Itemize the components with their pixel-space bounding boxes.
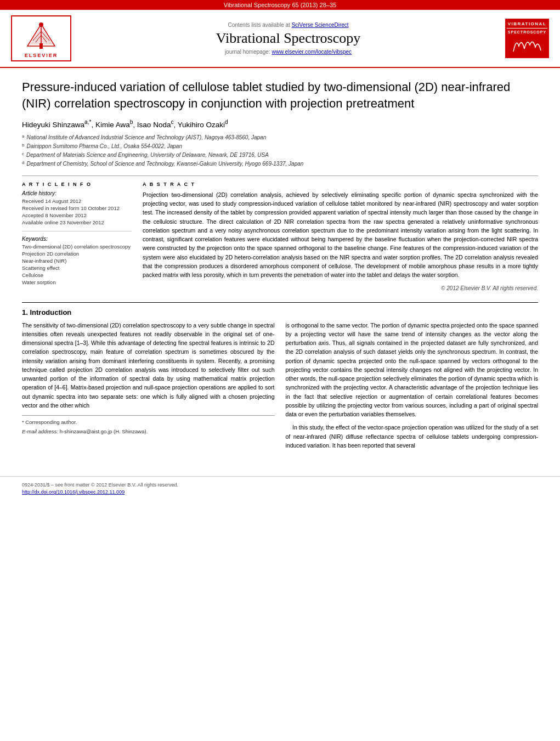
- affil-sup-c: c: [22, 151, 24, 159]
- elsevier-tree-svg: [22, 21, 60, 49]
- journal-homepage: journal homepage: www.elsevier.com/locat…: [77, 49, 500, 55]
- affil-a: a National Institute of Advanced Industr…: [22, 133, 538, 142]
- available-date: Available online 23 November 2012: [22, 219, 132, 225]
- intro-para-1: The sensitivity of two-dimensional (2D) …: [22, 321, 275, 410]
- keyword-2: Projection 2D correlation: [22, 251, 132, 257]
- affiliations: a National Institute of Advanced Industr…: [22, 133, 538, 168]
- intro-para-2: is orthogonal to the same vector. The po…: [286, 321, 539, 419]
- homepage-link[interactable]: www.elsevier.com/locate/vibspec: [272, 49, 352, 55]
- affil-c: c Department of Materials Science and En…: [22, 151, 538, 159]
- keyword-5: Cellulose: [22, 272, 132, 278]
- footnote-email: E-mail address: h-shinzawa@aist.go.jp (H…: [22, 428, 275, 436]
- main-content: Pressure-induced variation of cellulose …: [0, 68, 560, 465]
- keyword-6: Water sorption: [22, 279, 132, 285]
- doi-link[interactable]: http://dx.doi.org/10.1016/j.vibspec.2012…: [22, 489, 125, 495]
- journal-logo-svg: [511, 35, 544, 54]
- author-sup-d: d: [225, 119, 228, 125]
- affil-b: b Dainippon Sumitomo Pharma Co., Ltd., O…: [22, 142, 538, 150]
- accepted-date: Accepted 8 November 2012: [22, 212, 132, 218]
- intro-right-col: is orthogonal to the same vector. The po…: [286, 321, 539, 455]
- elsevier-wordmark: ELSEVIER: [25, 53, 58, 58]
- journal-header: ELSEVIER Contents lists available at Sci…: [0, 10, 560, 68]
- history-label: Article history:: [22, 190, 132, 196]
- article-info-col: A R T I C L E I N F O Article history: R…: [22, 182, 132, 291]
- top-bar: Vibrational Spectroscopy 65 (2013) 28–35: [0, 0, 560, 10]
- article-info-abstract: A R T I C L E I N F O Article history: R…: [22, 176, 538, 291]
- footer-doi: http://dx.doi.org/10.1016/j.vibspec.2012…: [22, 489, 538, 495]
- footnote-section: * Corresponding author. E-mail address: …: [22, 415, 275, 435]
- journal-citation: Vibrational Spectroscopy 65 (2013) 28–35: [224, 2, 336, 8]
- intro-para-3: In this study, the effect of the vector-…: [286, 423, 539, 450]
- affil-text-a: National Institute of Advanced Industria…: [26, 133, 266, 142]
- page-footer: 0924-2031/$ – see front matter © 2012 El…: [0, 476, 560, 502]
- sciverse-link[interactable]: SciVerse ScienceDirect: [292, 22, 349, 28]
- elsevier-logo-box: ELSEVIER: [11, 15, 71, 61]
- article-history-block: Article history: Received 14 August 2012…: [22, 190, 132, 231]
- introduction-section: 1. Introduction The sensitivity of two-d…: [22, 302, 538, 455]
- section-number: 1.: [22, 308, 28, 316]
- journal-logo-box: VIBRATIONAL SPECTROSCOPY: [505, 19, 549, 58]
- abstract-text: Projection two-dimensional (2D) correlat…: [143, 190, 538, 280]
- affil-text-b: Dainippon Sumitomo Pharma Co., Ltd., Osa…: [26, 142, 182, 150]
- abstract-heading: A B S T R A C T: [143, 182, 538, 187]
- journal-logo-right: VIBRATIONAL SPECTROSCOPY: [505, 19, 549, 58]
- journal-center: Contents lists available at SciVerse Sci…: [77, 22, 500, 55]
- received-revised-date: Received in revised form 10 October 2012: [22, 205, 132, 211]
- received-date: Received 14 August 2012: [22, 198, 132, 204]
- affil-text-d: Department of Chemistry, School of Scien…: [26, 160, 303, 168]
- keyword-3: Near-infrared (NIR): [22, 258, 132, 264]
- contents-label: Contents lists available at: [228, 22, 290, 28]
- keywords-block: Keywords: Two-dimensional (2D) correlati…: [22, 236, 132, 285]
- affil-sup-d: d: [22, 160, 24, 168]
- logo-right-subtitle: SPECTROSCOPY: [507, 30, 547, 35]
- elsevier-tree-image: [16, 19, 66, 52]
- abstract-copyright: © 2012 Elsevier B.V. All rights reserved…: [143, 285, 538, 291]
- section-1-title: 1. Introduction: [22, 308, 538, 316]
- author-sup-a: a,*: [84, 119, 91, 125]
- logo-right-title: VIBRATIONAL: [507, 21, 547, 29]
- affil-text-c: Department of Materials Science and Engi…: [26, 151, 269, 159]
- footer-copyright: 0924-2031/$ – see front matter © 2012 El…: [22, 482, 538, 488]
- author-sup-c: c: [171, 119, 173, 125]
- homepage-label: journal homepage:: [225, 49, 270, 55]
- section-name: Introduction: [30, 308, 71, 316]
- abstract-col: A B S T R A C T Projection two-dimension…: [143, 182, 538, 291]
- sciverse-line: Contents lists available at SciVerse Sci…: [77, 22, 500, 28]
- affil-d: d Department of Chemistry, School of Sci…: [22, 160, 538, 168]
- article-title: Pressure-induced variation of cellulose …: [22, 79, 538, 111]
- svg-point-8: [39, 22, 43, 27]
- affil-sup-a: a: [22, 133, 24, 142]
- authors-line: Hideyuki Shinzawaa,*, Kimie Awab, Isao N…: [22, 119, 538, 129]
- author-sup-b: b: [130, 119, 133, 125]
- keyword-4: Scattering effect: [22, 265, 132, 271]
- keyword-1: Two-dimensional (2D) correlation spectro…: [22, 244, 132, 250]
- intro-left-col: The sensitivity of two-dimensional (2D) …: [22, 321, 275, 455]
- intro-body-columns: The sensitivity of two-dimensional (2D) …: [22, 321, 538, 455]
- article-info-heading: A R T I C L E I N F O: [22, 182, 132, 187]
- elsevier-logo-left: ELSEVIER: [11, 15, 71, 61]
- footnote-corresponding: * Corresponding author.: [22, 418, 275, 427]
- affil-sup-b: b: [22, 142, 24, 150]
- journal-title: Vibrational Spectroscopy: [77, 30, 500, 47]
- keywords-label: Keywords:: [22, 236, 132, 242]
